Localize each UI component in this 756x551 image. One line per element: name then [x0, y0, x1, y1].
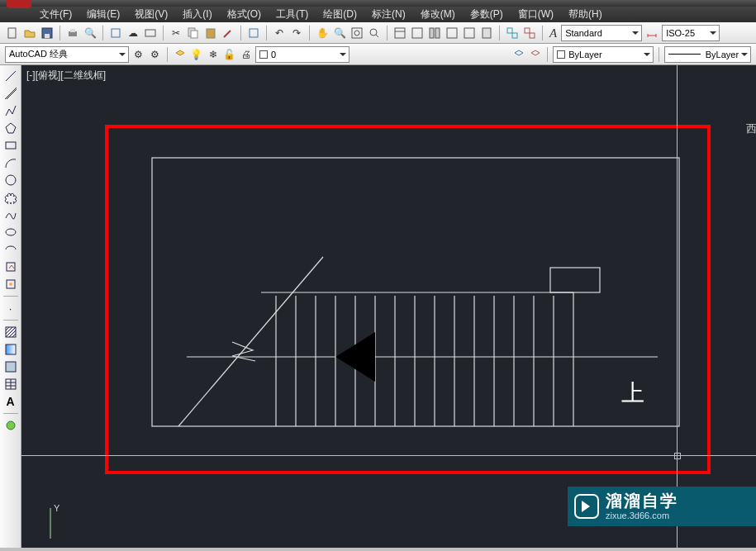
- svg-rect-19: [447, 28, 457, 38]
- layer-manager-icon[interactable]: [173, 47, 187, 62]
- layer-freeze-icon[interactable]: ❄: [206, 47, 220, 62]
- svg-line-47: [152, 357, 658, 426]
- addselected-icon[interactable]: [3, 418, 18, 433]
- drawing-canvas[interactable]: [-][俯视][二维线框] 西: [21, 65, 756, 548]
- group-icon[interactable]: [505, 26, 520, 40]
- publish-icon[interactable]: [108, 26, 123, 40]
- xline-icon[interactable]: [3, 86, 18, 101]
- paste-icon[interactable]: [203, 26, 218, 40]
- polygon-icon[interactable]: [3, 121, 18, 135]
- menu-insert[interactable]: 插入(I): [183, 7, 212, 21]
- arc-icon[interactable]: [3, 155, 18, 170]
- cut-icon[interactable]: ✂: [169, 26, 183, 40]
- menu-edit[interactable]: 编辑(E): [87, 7, 120, 21]
- block-icon[interactable]: [246, 26, 261, 40]
- menu-file[interactable]: 文件(F): [40, 7, 72, 21]
- zoom-prev-icon[interactable]: [367, 26, 382, 40]
- ungroup-icon[interactable]: [522, 26, 537, 40]
- hatch-icon[interactable]: [3, 325, 18, 340]
- dim-style-icon[interactable]: [644, 26, 659, 40]
- menu-annotate[interactable]: 标注(N): [372, 7, 406, 21]
- redo-icon[interactable]: ↷: [289, 26, 304, 40]
- open-icon[interactable]: [22, 26, 37, 40]
- menu-tools[interactable]: 工具(T): [276, 7, 308, 21]
- pan-icon[interactable]: ✋: [315, 26, 330, 40]
- polyline-icon[interactable]: [3, 103, 18, 118]
- gradient-icon[interactable]: [3, 342, 18, 357]
- insert-block-icon[interactable]: [3, 259, 18, 274]
- svg-rect-45: [550, 268, 600, 292]
- menu-help[interactable]: 帮助(H): [568, 7, 602, 21]
- menu-window[interactable]: 窗口(W): [518, 7, 554, 21]
- sheet-icon[interactable]: [410, 26, 425, 40]
- watermark-url: zixue.3d66.com: [606, 511, 678, 521]
- circle-icon[interactable]: [3, 173, 18, 188]
- layer-iso-icon[interactable]: [511, 47, 525, 62]
- color-combo[interactable]: ByLayer: [553, 46, 654, 63]
- ucs-icon: Y: [34, 501, 67, 544]
- make-block-icon[interactable]: [3, 277, 18, 292]
- properties-icon[interactable]: [392, 26, 407, 40]
- copy-icon[interactable]: [186, 26, 201, 40]
- linetype-combo[interactable]: ByLayer: [664, 46, 751, 63]
- watermark-title: 溜溜自学: [606, 491, 678, 511]
- print-icon[interactable]: [65, 26, 80, 40]
- menu-format[interactable]: 格式(O): [227, 7, 261, 21]
- line-icon[interactable]: [3, 69, 18, 83]
- table-icon[interactable]: [3, 377, 18, 392]
- svg-rect-14: [395, 28, 405, 38]
- svg-rect-16: [412, 28, 422, 38]
- menu-modify[interactable]: 修改(M): [421, 7, 455, 21]
- svg-rect-22: [507, 28, 512, 33]
- layer-uniso-icon[interactable]: [528, 47, 542, 62]
- menu-draw[interactable]: 绘图(D): [323, 7, 357, 21]
- new-icon[interactable]: [5, 26, 20, 40]
- layer-color-swatch: [259, 50, 268, 59]
- rectangle-icon[interactable]: [3, 138, 18, 153]
- layer-on-icon[interactable]: 💡: [189, 47, 203, 62]
- cloud-icon[interactable]: ☁: [126, 26, 140, 40]
- layer-name: 0: [271, 50, 276, 59]
- svg-point-12: [354, 31, 359, 36]
- undo-icon[interactable]: ↶: [272, 26, 287, 40]
- crosshair-horizontal: [21, 455, 756, 456]
- workspace-gear2-icon[interactable]: ⚙: [148, 47, 162, 62]
- workspace-gear-icon[interactable]: ⚙: [131, 47, 145, 62]
- match-icon[interactable]: [221, 26, 235, 40]
- svg-rect-9: [207, 29, 215, 38]
- region-icon[interactable]: [3, 359, 18, 374]
- share-icon[interactable]: [143, 26, 158, 40]
- linetype-value: ByLayer: [706, 50, 739, 59]
- direction-label: 上: [621, 378, 644, 409]
- markup-icon[interactable]: [462, 26, 477, 40]
- save-icon[interactable]: [40, 26, 55, 40]
- point-icon[interactable]: ·: [3, 301, 18, 316]
- dc-icon[interactable]: [445, 26, 459, 40]
- layer-lock-icon[interactable]: 🔓: [222, 47, 236, 62]
- svg-rect-38: [6, 362, 16, 372]
- dim-style-combo[interactable]: ISO-25: [662, 25, 720, 41]
- calc-icon[interactable]: [479, 26, 494, 40]
- svg-rect-18: [435, 28, 440, 38]
- ellipse-icon[interactable]: [3, 225, 18, 240]
- layer-plot-icon[interactable]: 🖨: [239, 47, 253, 62]
- app-icon: [7, 0, 31, 8]
- workspace-toolbar: AutoCAD 经典 ⚙ ⚙ 💡 ❄ 🔓 🖨 0 ByLayer ByLayer: [0, 44, 756, 65]
- menu-param[interactable]: 参数(P): [470, 7, 503, 21]
- layer-combo[interactable]: 0: [255, 46, 349, 63]
- tool-palette-icon[interactable]: [427, 26, 442, 40]
- spline-icon[interactable]: [3, 207, 18, 222]
- menu-view[interactable]: 视图(V): [135, 7, 168, 21]
- mtext-icon[interactable]: A: [3, 394, 18, 409]
- ellipse-arc-icon[interactable]: [3, 242, 18, 257]
- svg-rect-20: [464, 28, 474, 38]
- workspace-combo[interactable]: AutoCAD 经典: [5, 46, 129, 63]
- ucs-y-label: Y: [54, 503, 59, 513]
- preview-icon[interactable]: 🔍: [83, 26, 97, 40]
- zoom-realtime-icon[interactable]: 🔍: [332, 26, 347, 40]
- text-style-combo[interactable]: Standard: [561, 25, 642, 41]
- svg-rect-2: [45, 34, 50, 38]
- revcloud-icon[interactable]: [3, 190, 18, 205]
- text-style-icon[interactable]: A: [549, 26, 557, 40]
- zoom-window-icon[interactable]: [349, 26, 364, 40]
